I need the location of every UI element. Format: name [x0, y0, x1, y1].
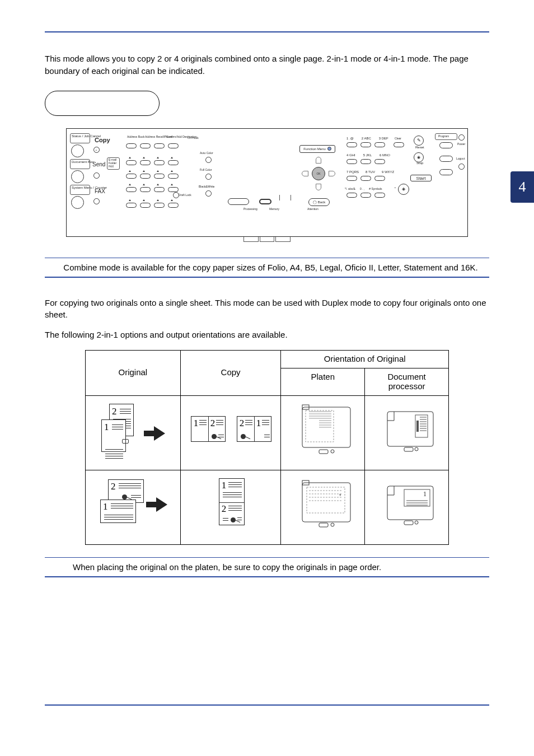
svg-rect-35: [319, 523, 328, 527]
section2-paragraph1: For copying two originals onto a single …: [45, 297, 489, 321]
svg-rect-29: [307, 487, 345, 513]
svg-point-13: [331, 450, 334, 453]
blank-rounded-box: [45, 91, 160, 116]
control-panel-illustration: Status / Job Cancel Copy • Document Box …: [66, 128, 468, 242]
intro-paragraph: This mode allows you to copy 2 or 4 orig…: [45, 53, 489, 77]
bottom-divider: [45, 704, 489, 706]
note-block-2: When placing the original on the platen,…: [45, 557, 489, 577]
svg-rect-43: [404, 521, 413, 525]
top-divider: [45, 31, 489, 32]
section2-paragraph2: The following 2-in-1 options and output …: [45, 329, 489, 341]
orientation-table: Original Copy Orientation of Original Pl…: [85, 350, 489, 545]
svg-point-25: [415, 447, 418, 451]
svg-rect-24: [404, 447, 413, 451]
svg-rect-12: [319, 450, 328, 454]
note-block-1: Combine mode is available for the copy p…: [45, 258, 489, 278]
svg-rect-27: [302, 483, 350, 522]
svg-text:1: 1: [423, 490, 427, 498]
svg-text:▾: ▾: [339, 493, 341, 497]
svg-marker-26: [146, 497, 167, 512]
svg-marker-0: [144, 426, 165, 441]
svg-rect-16: [416, 421, 419, 432]
svg-point-36: [331, 523, 334, 526]
svg-rect-3: [306, 410, 334, 442]
svg-point-44: [415, 521, 418, 524]
